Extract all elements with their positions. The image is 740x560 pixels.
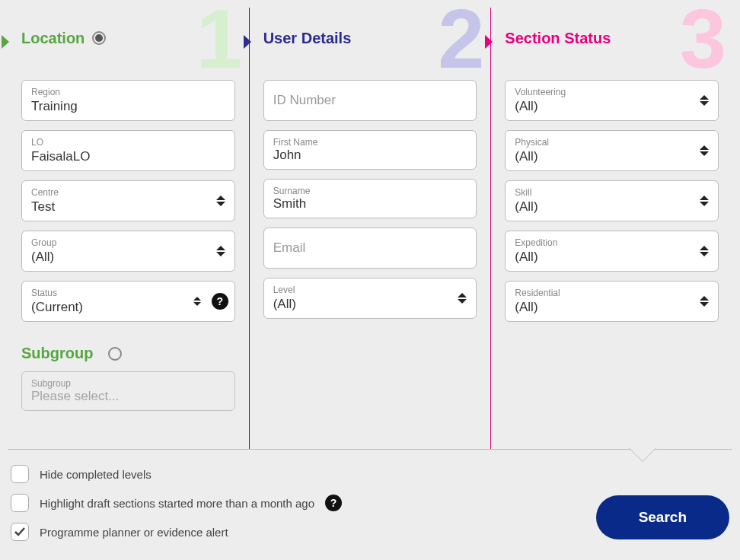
expedition-value: (All) [515,250,709,265]
programme-alert-checkbox[interactable] [11,523,29,541]
user-header: 2 User Details [263,8,477,68]
first-name-field[interactable]: First Name [263,130,477,170]
first-name-input[interactable] [273,148,467,163]
highlight-draft-row: Highlight draft sections started more th… [11,494,596,512]
search-button[interactable]: Search [596,495,729,539]
subgroup-header: Subgroup [21,345,235,362]
level-select[interactable]: Level (All) [263,278,477,319]
residential-select[interactable]: Residential (All) [505,281,719,322]
sort-icon [458,293,467,304]
centre-value: Test [31,199,225,215]
location-column: 1 Location Region Training LO FaisalaLO … [8,8,249,449]
hide-completed-checkbox[interactable] [11,465,29,483]
section-divider [8,449,732,450]
region-label: Region [31,87,225,97]
programme-alert-label: Programme planner or evidence alert [40,526,228,539]
help-icon[interactable]: ? [325,495,342,511]
id-number-input[interactable] [273,85,467,116]
level-label: Level [273,285,467,295]
expedition-label: Expedition [515,237,709,248]
surname-label: Surname [273,186,467,196]
section-header: 3 Section Status [505,8,719,68]
section-status-column: 3 Section Status Volunteering (All) Phys… [490,8,732,449]
sort-icon [216,196,225,206]
physical-select[interactable]: Physical (All) [505,130,719,171]
location-header: 1 Location [21,8,235,68]
hide-completed-label: Hide completed levels [40,468,152,481]
centre-label: Centre [31,187,225,198]
email-input[interactable] [273,233,467,263]
footer: Hide completed levels Highlight draft se… [0,450,740,552]
subgroup-input [31,389,225,404]
subgroup-label: Subgroup [31,378,225,389]
user-title: User Details [263,30,352,47]
step-number-3: 3 [680,0,726,81]
centre-select[interactable]: Centre Test [21,180,235,221]
sort-icon [700,246,709,256]
sort-icon [700,296,709,307]
id-number-field[interactable] [263,80,477,121]
skill-select[interactable]: Skill (All) [505,180,719,221]
subgroup-select: Subgroup [21,371,235,411]
volunteering-value: (All) [515,99,709,114]
group-label: Group [31,237,225,248]
surname-field[interactable]: Surname [263,179,477,218]
sort-icon [700,95,709,106]
hide-completed-row: Hide completed levels [11,465,596,483]
first-name-label: First Name [273,137,467,148]
sort-icon [193,297,201,306]
lo-value: FaisalaLO [31,149,225,164]
volunteering-select[interactable]: Volunteering (All) [505,80,719,121]
lo-label: LO [31,137,225,148]
user-details-column: 2 User Details First Name Surname Level … [249,8,491,449]
lo-field[interactable]: LO FaisalaLO [21,130,235,171]
group-select[interactable]: Group (All) [21,231,235,272]
sort-icon [700,145,709,156]
status-select[interactable]: Status (Current) ? [21,281,235,322]
highlight-draft-checkbox[interactable] [11,494,29,512]
programme-alert-row: Programme planner or evidence alert [11,523,596,541]
check-icon [14,526,26,538]
location-title: Location [21,30,85,47]
level-value: (All) [273,297,467,312]
region-value: Training [31,99,225,114]
section-title: Section Status [505,30,611,47]
residential-label: Residential [515,288,709,298]
expedition-select[interactable]: Expedition (All) [505,231,719,272]
help-icon[interactable]: ? [212,293,228,310]
physical-label: Physical [515,137,709,148]
subgroup-title: Subgroup [21,345,93,362]
physical-value: (All) [515,149,709,164]
region-field[interactable]: Region Training [21,80,235,121]
group-value: (All) [31,250,225,265]
location-radio-icon[interactable] [92,31,106,45]
volunteering-label: Volunteering [515,87,709,97]
sort-icon [216,246,225,256]
residential-value: (All) [515,300,709,315]
subgroup-radio-icon[interactable] [108,347,122,361]
step-number-1: 1 [196,0,242,81]
skill-label: Skill [515,187,709,198]
surname-input[interactable] [273,196,467,212]
email-field[interactable] [263,228,477,269]
skill-value: (All) [515,199,709,215]
sort-icon [700,196,709,206]
chevron-down-icon [629,448,656,462]
highlight-draft-label: Highlight draft sections started more th… [40,497,314,510]
step-number-2: 2 [438,0,484,81]
